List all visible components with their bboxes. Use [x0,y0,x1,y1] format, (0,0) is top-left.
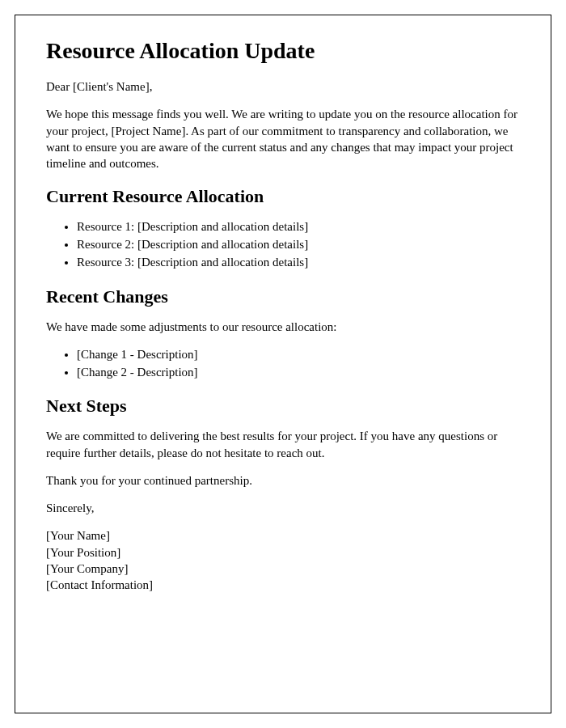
page-title: Resource Allocation Update [46,38,520,64]
next-steps-p1: We are committed to delivering the best … [46,428,520,461]
signature-block: [Your Name] [Your Position] [Your Compan… [46,527,520,593]
list-item: [Change 2 - Description] [77,364,520,382]
intro-paragraph: We hope this message finds you well. We … [46,106,520,171]
changes-intro: We have made some adjustments to our res… [46,319,520,335]
section-heading-current-allocation: Current Resource Allocation [46,186,520,207]
section-heading-recent-changes: Recent Changes [46,286,520,307]
signature-position: [Your Position] [46,544,520,561]
next-steps-p2: Thank you for your continued partnership… [46,472,520,489]
signature-company: [Your Company] [46,561,520,577]
list-item: Resource 2: [Description and allocation … [77,236,520,254]
document-container: Resource Allocation Update Dear [Client'… [15,15,551,713]
section-heading-next-steps: Next Steps [46,396,520,417]
resource-list: Resource 1: [Description and allocation … [77,218,520,271]
list-item: [Change 1 - Description] [77,346,520,364]
list-item: Resource 1: [Description and allocation … [77,218,520,236]
signature-contact: [Contact Information] [46,577,520,593]
closing-line: Sincerely, [46,500,520,516]
greeting-line: Dear [Client's Name], [46,78,520,95]
changes-list: [Change 1 - Description] [Change 2 - Des… [77,346,520,382]
list-item: Resource 3: [Description and allocation … [77,254,520,272]
signature-name: [Your Name] [46,527,520,544]
